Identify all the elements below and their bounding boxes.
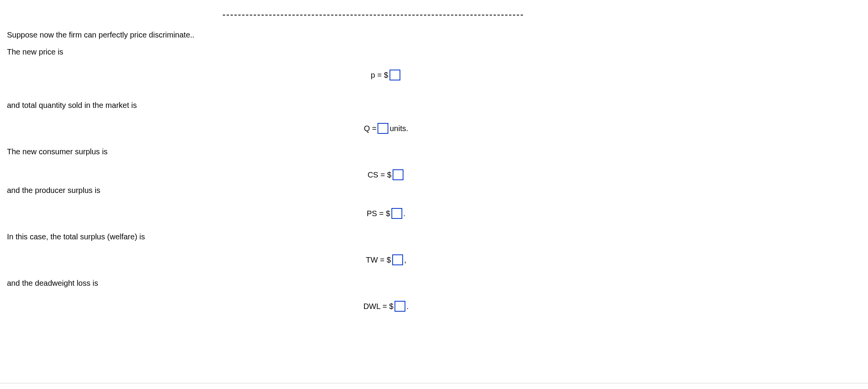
ps-label: PS = $ — [367, 209, 390, 218]
question-content: Suppose now the firm can perfectly price… — [7, 30, 858, 312]
ps-suffix: . — [403, 209, 406, 218]
cs-prompt: The new consumer surplus is — [7, 147, 858, 156]
divider-dashed — [223, 15, 523, 15]
price-input[interactable] — [390, 70, 400, 80]
footer-divider — [0, 383, 868, 384]
ps-equation-row: PS = $ . — [7, 208, 765, 219]
tw-suffix: , — [404, 256, 407, 264]
quantity-label-pre: Q = — [364, 124, 377, 133]
cs-input[interactable] — [393, 169, 403, 180]
dwl-equation-row: DWL = $ . — [7, 301, 765, 312]
ps-input[interactable] — [391, 208, 402, 219]
tw-input[interactable] — [392, 254, 403, 265]
dwl-suffix: . — [407, 302, 409, 311]
tw-prompt: In this case, the total surplus (welfare… — [7, 232, 858, 241]
quantity-label-post: units. — [390, 124, 408, 133]
intro-text: Suppose now the firm can perfectly price… — [7, 30, 858, 39]
quantity-input[interactable] — [378, 123, 388, 134]
cs-equation-row: CS = $ — [7, 169, 765, 180]
price-prompt: The new price is — [7, 47, 858, 56]
dwl-label: DWL = $ — [363, 302, 393, 311]
tw-label: TW = $ — [366, 256, 391, 264]
price-label: p = $ — [371, 71, 388, 80]
dwl-prompt: and the deadweight loss is — [7, 278, 858, 288]
price-equation-row: p = $ — [7, 70, 765, 80]
cs-label: CS = $ — [367, 171, 391, 179]
quantity-equation-row: Q = units. — [7, 123, 765, 134]
quantity-prompt: and total quantity sold in the market is — [7, 101, 858, 110]
ps-prompt: and the producer surplus is — [7, 186, 858, 195]
tw-equation-row: TW = $ , — [7, 254, 765, 265]
dwl-input[interactable] — [395, 301, 405, 312]
